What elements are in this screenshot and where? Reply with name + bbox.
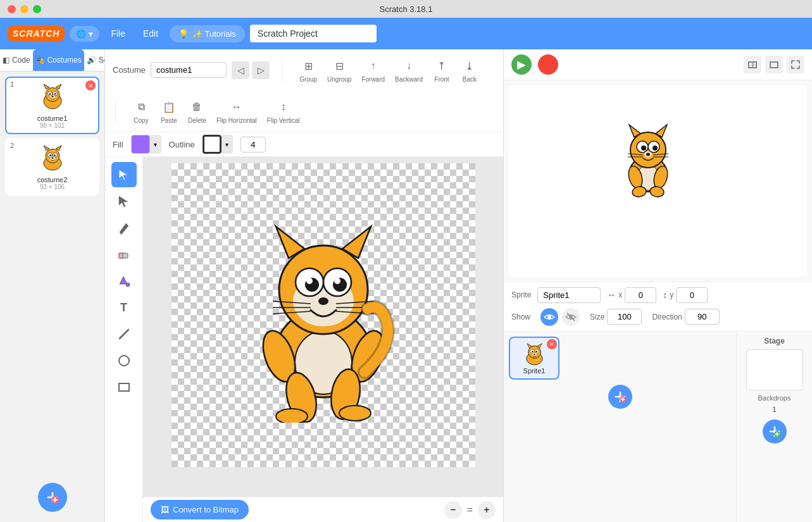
edit-menu[interactable]: Edit — [137, 25, 165, 42]
ungroup-button[interactable]: ⊟ Ungroup — [323, 54, 355, 85]
flip-v-icon: ↕ — [275, 98, 292, 116]
zoom-minus-icon: − — [450, 504, 456, 516]
fill-bucket-icon — [117, 274, 131, 288]
svg-point-6 — [49, 93, 51, 95]
svg-point-87 — [535, 351, 537, 352]
svg-point-17 — [54, 154, 56, 156]
arrow-right-button[interactable]: ▷ — [252, 61, 270, 79]
canvas-scroll-area[interactable] — [143, 157, 503, 497]
backward-button[interactable]: ↓ Backward — [391, 54, 427, 85]
size-input[interactable] — [607, 309, 642, 325]
editor-canvas[interactable] — [172, 163, 475, 467]
text-tool-button[interactable]: T — [111, 295, 137, 320]
zoom-controls: − = + — [444, 501, 496, 519]
outline-color-dropdown[interactable]: ▾ — [222, 135, 233, 154]
file-menu[interactable]: File — [104, 25, 132, 42]
outline-color-swatch[interactable] — [203, 135, 222, 154]
costume-item-2[interactable]: 2 costume — [5, 138, 99, 196]
rect-tool-button[interactable] — [111, 375, 137, 400]
x-input[interactable] — [625, 287, 656, 303]
zoom-plus-icon: + — [484, 504, 489, 516]
eraser-tool-button[interactable] — [111, 242, 137, 267]
stage-cat-svg — [610, 117, 686, 199]
sprite-thumb-name: Sprite1 — [523, 367, 546, 375]
minimize-button[interactable] — [20, 5, 28, 13]
paste-button[interactable]: 📋 Paste — [156, 96, 182, 127]
zoom-out-button[interactable]: − — [444, 501, 462, 519]
tab-costumes[interactable]: 🎭 Costumes — [33, 49, 84, 71]
add-costume-button[interactable] — [38, 483, 67, 512]
sprite-name-input[interactable] — [537, 287, 601, 303]
stage-panel-thumb[interactable] — [746, 349, 803, 390]
flip-h-button[interactable]: ↔ Flip Horizontal — [213, 96, 261, 127]
fill-tool-button[interactable] — [111, 268, 137, 294]
front-button[interactable]: ⤒ Front — [429, 54, 454, 85]
svg-rect-25 — [119, 253, 123, 258]
stage-large-button[interactable] — [765, 56, 783, 73]
svg-point-7 — [54, 93, 56, 95]
globe-button[interactable]: 🌐 ▾ — [70, 26, 99, 42]
costume-item-1[interactable]: 1 ✕ — [5, 77, 99, 134]
forward-button[interactable]: ↑ Forward — [358, 54, 389, 85]
text-icon: T — [120, 301, 127, 314]
y-coord-group: ↕ y — [663, 287, 708, 303]
window-controls[interactable] — [8, 5, 41, 13]
sprite-thumb-sprite1[interactable]: ✕ — [509, 337, 559, 380]
add-backdrop-button[interactable] — [763, 419, 787, 444]
delete-button[interactable]: 🗑 Delete — [184, 96, 210, 127]
svg-marker-13 — [56, 146, 61, 151]
flip-v-button[interactable]: ↕ Flip Vertical — [263, 96, 304, 127]
fullscreen-button[interactable] — [787, 56, 804, 73]
paste-label: Paste — [161, 117, 177, 124]
select-arrow-icon — [117, 168, 131, 182]
fill-color-dropdown[interactable]: ▾ — [150, 135, 161, 154]
sprite-name-row: Sprite ↔ x ↕ y — [511, 287, 804, 303]
lightbulb-icon: 💡 — [178, 29, 189, 39]
toolbar-sep-2 — [115, 99, 116, 124]
pencil-tool-button[interactable] — [111, 215, 137, 240]
stage-small-button[interactable] — [744, 56, 761, 73]
y-label: y — [670, 290, 673, 299]
svg-point-1 — [46, 87, 59, 101]
project-name-input[interactable] — [250, 25, 377, 42]
sprite-delete-button[interactable]: ✕ — [547, 339, 557, 349]
reshape-icon — [117, 194, 131, 208]
tab-code[interactable]: ◧ Code — [0, 49, 33, 71]
y-input[interactable] — [676, 287, 708, 303]
select-tool-button[interactable] — [111, 162, 137, 187]
sound-icon: 🔊 — [87, 56, 96, 65]
zoom-in-button[interactable]: + — [478, 501, 496, 519]
maximize-button[interactable] — [33, 5, 41, 13]
x-label: x — [618, 290, 622, 299]
svg-point-77 — [547, 315, 551, 319]
zoom-reset-button[interactable]: = — [467, 504, 473, 516]
line-tool-button[interactable] — [111, 321, 137, 347]
svg-rect-29 — [119, 383, 129, 391]
main-layout: ◧ Code 🎭 Costumes 🔊 Sounds 1 ✕ — [0, 49, 812, 522]
costume-name-field[interactable] — [151, 62, 227, 78]
flip-v-label: Flip Vertical — [267, 117, 300, 124]
red-stop-button[interactable] — [538, 54, 558, 75]
group-button[interactable]: ⊞ Group — [296, 54, 321, 85]
green-flag-button[interactable]: ▶ — [511, 54, 532, 75]
close-button[interactable] — [8, 5, 16, 13]
costume-icon: 🎭 — [35, 56, 45, 65]
costume-delete-1[interactable]: ✕ — [85, 80, 96, 90]
stroke-width-input[interactable] — [240, 137, 266, 152]
copy-button[interactable]: ⧉ Copy — [128, 96, 154, 127]
reshape-tool-button[interactable] — [111, 189, 137, 214]
circle-tool-button[interactable] — [111, 348, 137, 373]
svg-point-40 — [306, 278, 313, 284]
back-button[interactable]: ⤓ Back — [457, 54, 482, 85]
arrow-left-button[interactable]: ◁ — [232, 61, 249, 79]
eye-icon — [544, 311, 555, 323]
fill-color-swatch[interactable] — [131, 135, 150, 154]
convert-to-bitmap-button[interactable]: 🖼 Convert to Bitmap — [151, 500, 249, 519]
tutorials-button[interactable]: 💡 ✨ Tutorials — [170, 25, 245, 42]
add-sprite-button[interactable] — [608, 385, 632, 409]
direction-group: Direction — [652, 309, 719, 325]
direction-input[interactable] — [685, 309, 720, 325]
size-label: Size — [590, 313, 604, 321]
show-hidden-button[interactable] — [562, 308, 580, 326]
show-visible-button[interactable] — [540, 308, 558, 326]
